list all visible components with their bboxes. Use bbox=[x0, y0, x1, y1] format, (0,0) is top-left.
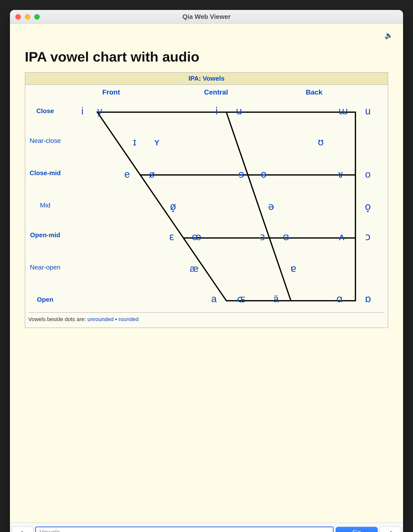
minimize-window-button[interactable] bbox=[25, 14, 30, 20]
vowel-a-central[interactable]: ä bbox=[273, 294, 279, 304]
vowel-turned-script-a[interactable]: ɒ bbox=[365, 294, 371, 304]
forward-button[interactable]: -> bbox=[380, 527, 401, 532]
bottom-toolbar: <- Go -> bbox=[10, 523, 403, 532]
app-window: Qia Web Viewer 🔈 IPA vowel chart with au… bbox=[10, 10, 403, 532]
chart-header: IPA: Vowels bbox=[25, 73, 388, 85]
vowel-open-o[interactable]: ɔ bbox=[365, 232, 371, 242]
vowel-a[interactable]: a bbox=[211, 294, 217, 304]
zoom-window-button[interactable] bbox=[34, 14, 40, 20]
col-front: Front bbox=[102, 88, 120, 96]
chart-legend: Vowels beside dots are: unrounded • roun… bbox=[25, 308, 388, 328]
vowel-barred-o[interactable]: ɵ bbox=[261, 169, 267, 179]
window-title: Qia Web Viewer bbox=[10, 13, 403, 21]
vowel-o-slash-lowered[interactable]: ø̞ bbox=[170, 201, 176, 211]
vowel-barred-u[interactable]: ʉ bbox=[236, 106, 242, 116]
vowel-oe[interactable]: œ bbox=[192, 232, 201, 242]
vowel-turned-m[interactable]: ɯ bbox=[338, 106, 348, 116]
vowel-script-a[interactable]: ɑ bbox=[336, 294, 343, 304]
vowel-cap-oe[interactable]: ɶ bbox=[237, 294, 245, 304]
vowel-o-slash[interactable]: ø bbox=[149, 169, 155, 179]
vowel-turned-a[interactable]: ɐ bbox=[290, 264, 296, 273]
vowel-barred-i[interactable]: ɨ bbox=[215, 106, 218, 116]
content-area: 🔈 IPA vowel chart with audio IPA: Vowels… bbox=[10, 24, 403, 523]
row-near-open: Near-open bbox=[25, 264, 65, 271]
vowel-u[interactable]: u bbox=[365, 106, 371, 116]
back-button[interactable]: <- bbox=[12, 527, 33, 532]
vowel-chart: IPA: Vowels Front Central Back Close Nea… bbox=[25, 72, 388, 328]
vowel-rev-epsilon[interactable]: ɜ bbox=[260, 232, 265, 242]
row-open: Open bbox=[25, 296, 65, 303]
vowel-small-cap-y[interactable]: ʏ bbox=[154, 137, 160, 147]
vowel-o-lowered[interactable]: o̞ bbox=[365, 201, 371, 211]
vowel-upsilon[interactable]: ʊ bbox=[318, 137, 324, 147]
legend-rounded-link[interactable]: rounded bbox=[119, 316, 139, 322]
col-back: Back bbox=[306, 88, 322, 96]
row-mid: Mid bbox=[25, 201, 65, 209]
vowel-ae[interactable]: æ bbox=[190, 264, 199, 273]
vowel-o[interactable]: o bbox=[365, 169, 371, 179]
vowel-y[interactable]: y bbox=[97, 106, 102, 116]
traffic-lights bbox=[15, 14, 40, 20]
row-open-mid: Open-mid bbox=[25, 231, 65, 239]
legend-unrounded-link[interactable]: unrounded bbox=[87, 316, 113, 322]
ipa-link[interactable]: IPA bbox=[189, 75, 199, 82]
row-near-close: Near-close bbox=[25, 137, 65, 145]
titlebar: Qia Web Viewer bbox=[10, 10, 403, 24]
close-window-button[interactable] bbox=[15, 14, 21, 20]
vowel-small-cap-i[interactable]: ɪ bbox=[133, 137, 137, 147]
speaker-icon[interactable]: 🔈 bbox=[384, 31, 393, 39]
trapezoid-frame bbox=[68, 102, 370, 306]
vowel-closed-rev-epsilon[interactable]: ɞ bbox=[283, 232, 289, 242]
vowel-epsilon[interactable]: ɛ bbox=[169, 232, 174, 242]
col-central: Central bbox=[204, 88, 228, 96]
row-close-mid: Close-mid bbox=[25, 169, 65, 177]
go-button[interactable]: Go bbox=[336, 527, 378, 532]
chart-body: Front Central Back Close Near-close Clos… bbox=[25, 85, 388, 308]
svg-line-3 bbox=[226, 112, 291, 301]
vowel-i[interactable]: i bbox=[81, 106, 84, 116]
vowel-turned-v[interactable]: ʌ bbox=[339, 232, 345, 242]
page-title: IPA vowel chart with audio bbox=[25, 49, 388, 65]
vowel-rams-horn[interactable]: ɤ bbox=[338, 169, 344, 179]
vowel-schwa[interactable]: ə bbox=[268, 201, 274, 211]
vowel-reversed-e[interactable]: ɘ bbox=[238, 169, 244, 179]
row-close: Close bbox=[25, 107, 65, 115]
legend-text: Vowels beside dots are: bbox=[28, 316, 87, 322]
legend-sep: • bbox=[115, 316, 119, 322]
vowels-link[interactable]: Vowels bbox=[203, 75, 225, 82]
address-input[interactable] bbox=[35, 527, 334, 532]
vowel-e[interactable]: e bbox=[124, 169, 130, 179]
